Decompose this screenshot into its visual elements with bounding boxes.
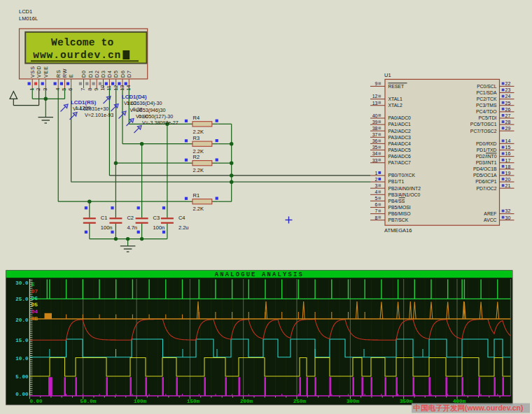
svg-text:37: 37 — [372, 132, 378, 137]
svg-text:LM016L: LM016L — [19, 15, 38, 22]
svg-text:30: 30 — [505, 215, 511, 220]
svg-text:13: 13 — [372, 101, 378, 106]
svg-text:PA5/ADC5: PA5/ADC5 — [388, 148, 412, 152]
svg-text:2.2K: 2.2K — [193, 206, 204, 212]
svg-text:PD4/OC1B: PD4/OC1B — [473, 166, 497, 171]
svg-text:RS: RS — [55, 69, 62, 78]
svg-text:D4: D4 — [106, 70, 113, 78]
svg-text:PB3/AIN1/OC0: PB3/AIN1/OC0 — [388, 192, 421, 197]
svg-text:VDD: VDD — [36, 65, 42, 78]
svg-text:1.1299: 1.1299 — [76, 105, 91, 111]
svg-text:PA3/ADC3: PA3/ADC3 — [388, 135, 412, 140]
svg-text:VSS: VSS — [29, 66, 36, 78]
svg-text:200m: 200m — [240, 399, 253, 404]
svg-text:PD1/TXD: PD1/TXD — [477, 148, 497, 152]
svg-text:LCD1(D4): LCD1(D4) — [122, 94, 147, 100]
svg-text:7: 7 — [80, 88, 86, 91]
svg-text:PB7/SCK: PB7/SCK — [388, 217, 409, 222]
svg-text:14: 14 — [505, 138, 511, 143]
svg-text:E: E — [68, 73, 74, 78]
svg-text:PA1/ADC1: PA1/ADC1 — [388, 122, 412, 127]
svg-text:PA4/ADC4: PA4/ADC4 — [388, 141, 412, 146]
svg-text:10.0: 10.0 — [15, 356, 29, 362]
svg-text:RW: RW — [62, 69, 68, 78]
svg-text:100m: 100m — [134, 399, 147, 404]
svg-text:5.00: 5.00 — [15, 374, 29, 380]
svg-text:20: 20 — [505, 177, 511, 182]
svg-text:25.0: 25.0 — [15, 297, 29, 302]
svg-text:36: 36 — [372, 138, 378, 143]
svg-text:10: 10 — [99, 85, 106, 91]
svg-text:2.2K: 2.2K — [193, 129, 204, 135]
svg-text:C3: C3 — [153, 215, 160, 221]
svg-text:13: 13 — [119, 85, 125, 91]
svg-text:15.0: 15.0 — [15, 338, 29, 343]
svg-text:150m: 150m — [187, 399, 200, 404]
svg-text:U1: U1 — [384, 72, 391, 78]
svg-text:C1: C1 — [101, 215, 108, 221]
svg-text:7: 7 — [375, 208, 378, 213]
svg-text:V=-3.38097e-27: V=-3.38097e-27 — [142, 120, 178, 126]
svg-text:V=2.101e-93: V=2.101e-93 — [85, 112, 113, 118]
svg-text:AVCC: AVCC — [484, 217, 496, 222]
svg-text:24: 24 — [505, 94, 511, 99]
svg-text:6: 6 — [67, 88, 74, 91]
svg-text:ANALOGUE ANALYSIS: ANALOGUE ANALYSIS — [215, 271, 304, 278]
svg-text:2.2u: 2.2u — [178, 224, 189, 231]
svg-text:2.2K: 2.2K — [193, 167, 204, 173]
svg-text:D3: D3 — [100, 70, 106, 78]
svg-text:R1: R1 — [193, 192, 200, 199]
svg-text:19: 19 — [505, 171, 511, 176]
svg-text:R3: R3 — [193, 135, 200, 141]
svg-text:RESET: RESET — [388, 84, 405, 89]
svg-text:D5: D5 — [113, 70, 119, 78]
svg-text:PC2/TCK: PC2/TCK — [477, 97, 497, 101]
svg-text:6: 6 — [375, 202, 378, 207]
svg-text:PC5/TDI: PC5/TDI — [478, 115, 496, 120]
svg-text:www.ourdev.cn: www.ourdev.cn — [33, 50, 121, 61]
svg-text:PA6/ADC6: PA6/ADC6 — [388, 154, 412, 159]
svg-text:21: 21 — [505, 183, 511, 188]
svg-text:350m: 350m — [400, 399, 413, 404]
svg-text:PB5/MOSI: PB5/MOSI — [388, 205, 411, 210]
svg-text:25: 25 — [505, 101, 511, 106]
svg-text:R4: R4 — [193, 115, 200, 121]
svg-text:8: 8 — [375, 215, 378, 220]
svg-text:20.0: 20.0 — [15, 317, 29, 323]
svg-text:D6: D6 — [31, 295, 38, 301]
svg-text:9: 9 — [93, 88, 99, 91]
svg-text:12: 12 — [372, 94, 378, 99]
svg-text:PD0/RXD: PD0/RXD — [476, 141, 497, 146]
svg-text:PB2/AIN0/INT2: PB2/AIN0/INT2 — [388, 186, 421, 191]
svg-text:D7: D7 — [31, 288, 38, 294]
svg-text:PB4/SS: PB4/SS — [388, 199, 405, 204]
svg-text:C4: C4 — [178, 215, 186, 221]
svg-text:15: 15 — [505, 145, 511, 150]
svg-text:中国电子开发网(www.ourdev.cn): 中国电子开发网(www.ourdev.cn) — [414, 404, 524, 412]
svg-text:1: 1 — [375, 171, 378, 176]
svg-text:4: 4 — [375, 190, 378, 194]
svg-text:D4: D4 — [31, 308, 38, 315]
svg-text:39: 39 — [372, 120, 378, 124]
svg-text:C2: C2 — [127, 215, 134, 221]
svg-text:29: 29 — [505, 126, 511, 131]
svg-text:PA7/ADC7: PA7/ADC7 — [388, 160, 412, 165]
svg-text:PA0/ADC0: PA0/ADC0 — [388, 115, 412, 120]
svg-text:E: E — [31, 281, 35, 287]
svg-text:27: 27 — [505, 113, 511, 118]
svg-text:4: 4 — [55, 88, 61, 91]
svg-text:AREF: AREF — [484, 211, 496, 216]
svg-text:9: 9 — [375, 81, 378, 86]
svg-text:XTAL1: XTAL1 — [388, 97, 402, 101]
svg-text:5: 5 — [61, 88, 67, 91]
svg-text:PD6/ICP1: PD6/ICP1 — [475, 179, 496, 184]
svg-text:1: 1 — [29, 88, 35, 91]
svg-text:PC7/TOSC2: PC7/TOSC2 — [470, 129, 497, 134]
svg-text:2: 2 — [375, 177, 378, 182]
svg-text:22: 22 — [505, 81, 511, 86]
svg-text:D5: D5 — [31, 301, 38, 308]
svg-text:0.90: 0.90 — [139, 113, 148, 120]
svg-text:LCD1: LCD1 — [19, 8, 32, 15]
svg-text:17: 17 — [505, 158, 511, 163]
svg-text:PD7/OC2: PD7/OC2 — [476, 186, 496, 191]
